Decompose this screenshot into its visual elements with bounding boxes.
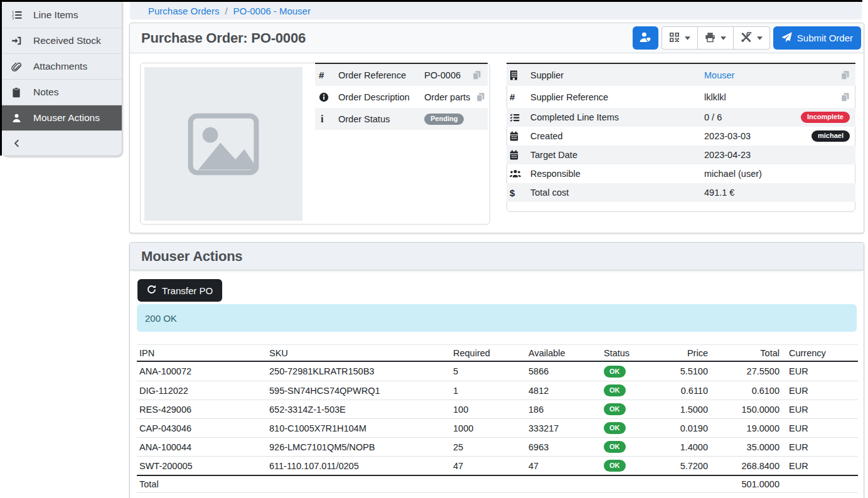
barcode-menu-button[interactable] xyxy=(662,26,698,50)
sidebar-item-attachments[interactable]: Attachments xyxy=(2,53,122,79)
footer-total: 501.0000 xyxy=(708,479,780,489)
mouser-actions-panel-body: Transfer PO 200 OK IPN SKU Required Avai… xyxy=(130,270,864,493)
column-header-ipn[interactable]: IPN xyxy=(137,348,267,358)
supplier-details-table: Supplier Mouser # Supplier Reference lkl… xyxy=(506,63,855,202)
detail-value: 2023-03-03 xyxy=(704,131,812,141)
detail-row-order-reference: # Order Reference PO-0006 xyxy=(315,64,488,86)
detail-label: Target Date xyxy=(530,150,704,160)
status-alert: 200 OK xyxy=(137,304,857,332)
sidebar-collapse-button[interactable] xyxy=(2,130,122,156)
cell-currency: EUR xyxy=(780,405,859,415)
sidebar-item-label: Mouser Actions xyxy=(33,112,100,124)
detail-value: 2023-04-23 xyxy=(704,150,850,160)
footer-label: Total xyxy=(137,479,267,489)
clipboard-icon xyxy=(10,87,23,98)
cell-available: 5866 xyxy=(526,366,601,376)
qrcode-icon xyxy=(669,32,680,45)
cell-sku: 250-72981KLRATR150B3 xyxy=(267,366,451,376)
calendar-icon xyxy=(510,150,530,160)
cell-available: 47 xyxy=(526,461,601,471)
print-menu-button[interactable] xyxy=(697,26,734,50)
cell-total: 19.0000 xyxy=(708,423,780,433)
mouser-actions-panel: Mouser Actions Transfer PO 200 OK IPN SK… xyxy=(129,242,864,498)
table-footer-row: Total 501.0000 xyxy=(137,475,858,493)
sidebar-item-label: Received Stock xyxy=(33,35,101,46)
page-title: Purchase Order: PO-0006 xyxy=(141,30,306,46)
supplier-link[interactable]: Mouser xyxy=(704,70,734,80)
cell-price: 1.5000 xyxy=(658,405,708,415)
sidebar-item-notes[interactable]: Notes xyxy=(2,79,122,105)
cell-total: 27.5500 xyxy=(708,366,780,376)
cell-required: 100 xyxy=(451,405,526,415)
ok-badge: OK xyxy=(604,403,626,415)
order-actions-menu-button[interactable] xyxy=(733,26,770,50)
cell-sku: 595-SN74HCS74QPWRQ1 xyxy=(267,386,451,396)
copy-icon[interactable] xyxy=(840,70,850,80)
detail-label: Order Reference xyxy=(338,70,424,80)
calendar-icon xyxy=(510,131,530,141)
refresh-icon xyxy=(147,285,156,296)
status-alert-text: 200 OK xyxy=(145,313,177,324)
sidebar-item-label: Attachments xyxy=(33,61,87,72)
user-icon xyxy=(10,113,23,124)
cell-ipn: ANA-100072 xyxy=(137,366,267,376)
sidebar-item-mouser-actions[interactable]: Mouser Actions xyxy=(2,105,122,130)
caret-down-icon xyxy=(721,36,726,40)
breadcrumb-link-current[interactable]: PO-0006 - Mouser xyxy=(233,6,311,16)
detail-value: PO-0006 xyxy=(424,70,466,80)
breadcrumb-separator: / xyxy=(225,6,227,16)
cell-price: 0.0190 xyxy=(658,423,708,433)
cell-ipn: CAP-043046 xyxy=(137,423,267,433)
transfer-po-label: Transfer PO xyxy=(162,285,213,296)
column-header-price[interactable]: Price xyxy=(658,348,708,358)
detail-value: michael (user) xyxy=(704,169,850,179)
cell-price: 0.6110 xyxy=(658,386,708,396)
column-header-total[interactable]: Total xyxy=(708,348,780,358)
sign-in-icon xyxy=(10,36,23,46)
cell-total: 35.0000 xyxy=(708,442,780,452)
column-header-available[interactable]: Available xyxy=(526,348,601,358)
cell-required: 47 xyxy=(451,461,526,471)
detail-row-total-cost: $ Total cost 491.1 € xyxy=(506,183,855,202)
cell-total: 268.8400 xyxy=(708,461,780,471)
submit-order-button[interactable]: Submit Order xyxy=(773,26,861,50)
mouser-actions-title: Mouser Actions xyxy=(141,248,242,265)
ok-badge: OK xyxy=(604,460,626,472)
supplier-details-box: Supplier Mouser # Supplier Reference lkl… xyxy=(506,63,855,212)
detail-label: Order Status xyxy=(338,114,424,124)
detail-value: 0 / 6 xyxy=(704,112,801,122)
cell-ipn: ANA-100044 xyxy=(137,442,267,452)
purchase-order-panel: Purchase Order: PO-0006 xyxy=(129,23,864,233)
detail-label: Completed Line Items xyxy=(530,112,704,122)
breadcrumb-link-purchase-orders[interactable]: Purchase Orders xyxy=(148,6,219,16)
breadcrumb: Purchase Orders / PO-0006 - Mouser xyxy=(130,2,862,19)
toolbar: Submit Order xyxy=(633,26,861,50)
detail-row-created: Created 2023-03-03 michael xyxy=(506,127,855,146)
column-header-currency[interactable]: Currency xyxy=(780,348,859,358)
copy-icon[interactable] xyxy=(472,70,481,80)
sidebar-item-received-stock[interactable]: Received Stock xyxy=(2,28,122,53)
copy-icon[interactable] xyxy=(476,92,485,102)
order-image-placeholder[interactable] xyxy=(144,67,303,221)
cell-required: 25 xyxy=(451,442,526,452)
sidebar-item-line-items[interactable]: 123 Line Items xyxy=(2,2,122,28)
table-row: SWT-200005 611-110.107.011/0205 47 47 OK… xyxy=(137,456,858,475)
detail-row-order-description: Order Description Order parts xyxy=(315,86,488,108)
cell-currency: EUR xyxy=(780,461,859,471)
transfer-po-button[interactable]: Transfer PO xyxy=(137,279,222,302)
copy-icon[interactable] xyxy=(840,92,850,102)
detail-value: lklklkl xyxy=(704,92,840,102)
purchase-order-panel-body: # Order Reference PO-0006 Order Descript… xyxy=(130,53,864,233)
sidebar: 123 Line Items Received Stock Attachment… xyxy=(2,2,122,156)
detail-row-responsible: Responsible michael (user) xyxy=(506,164,855,183)
detail-value: 491.1 € xyxy=(704,188,850,198)
ok-badge: OK xyxy=(604,384,626,396)
column-header-status[interactable]: Status xyxy=(601,348,658,358)
column-header-required[interactable]: Required xyxy=(451,348,526,358)
column-header-sku[interactable]: SKU xyxy=(267,348,451,358)
purchase-order-panel-header: Purchase Order: PO-0006 xyxy=(130,23,864,53)
cell-price: 5.5100 xyxy=(658,366,708,376)
detail-row-supplier: Supplier Mouser xyxy=(506,64,855,86)
incomplete-badge: Incomplete xyxy=(801,112,850,123)
admin-button[interactable] xyxy=(633,26,658,50)
